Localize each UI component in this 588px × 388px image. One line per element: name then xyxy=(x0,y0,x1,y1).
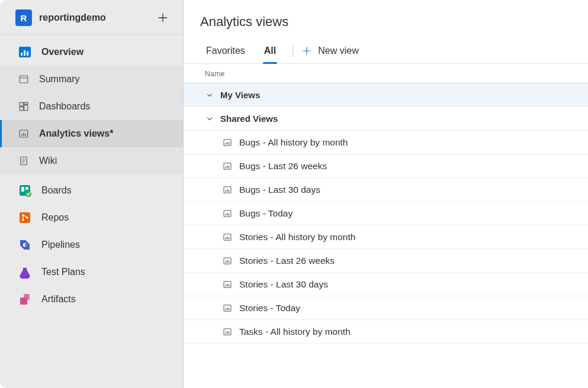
view-name: Stories - Today xyxy=(239,303,300,313)
tab-separator xyxy=(293,44,293,57)
analytics-view-icon xyxy=(223,138,232,147)
analytics-view-icon xyxy=(223,280,232,289)
wiki-icon xyxy=(18,155,30,167)
summary-icon xyxy=(18,73,30,85)
new-view-label: New view xyxy=(318,46,358,56)
view-row[interactable]: Tasks - All history by month xyxy=(184,320,588,344)
page-title: Analytics views xyxy=(184,0,588,38)
nav-section-repos[interactable]: Repos xyxy=(0,204,183,231)
analytics-view-icon xyxy=(223,232,232,242)
tab-favorites[interactable]: Favorites xyxy=(200,38,251,64)
plus-icon xyxy=(301,46,312,56)
group-label: My Views xyxy=(220,90,260,100)
nav-label: Summary xyxy=(39,74,79,85)
view-row[interactable]: Stories - Last 30 days xyxy=(184,273,588,296)
group-my-views[interactable]: My Views xyxy=(184,83,588,107)
nav-group-overview[interactable]: Overview xyxy=(0,38,183,66)
nav-label: Artifacts xyxy=(41,294,76,305)
new-view-button[interactable]: New view xyxy=(301,46,358,56)
repos-icon xyxy=(18,211,32,225)
plus-icon xyxy=(156,11,170,25)
tab-label: Favorites xyxy=(206,46,245,56)
tabs-row: Favorites All New view xyxy=(184,38,588,64)
sidebar: R reportingdemo Overview S xyxy=(0,0,184,388)
view-name: Stories - Last 26 weeks xyxy=(239,256,335,266)
view-row[interactable]: Bugs - Last 30 days xyxy=(184,178,588,202)
nav-label: Boards xyxy=(41,185,72,196)
analytics-view-icon xyxy=(223,161,232,171)
nav-section-boards[interactable]: Boards xyxy=(0,177,183,204)
view-row[interactable]: Bugs - All history by month xyxy=(184,131,588,154)
nav-item-analytics-views[interactable]: Analytics views* xyxy=(0,120,183,147)
views-list: My Views Shared Views Bugs - All history… xyxy=(184,83,588,388)
nav-label: Pipelines xyxy=(41,240,80,250)
analytics-views-icon xyxy=(18,128,30,140)
nav-section-test-plans[interactable]: Test Plans xyxy=(0,258,183,286)
tab-all[interactable]: All xyxy=(258,38,282,64)
project-avatar[interactable]: R xyxy=(15,9,32,26)
pipelines-icon xyxy=(18,238,32,252)
tab-label: All xyxy=(264,46,276,56)
nav: Overview Summary Dashboards xyxy=(0,35,183,313)
main-panel: Analytics views Favorites All New view N… xyxy=(184,0,588,388)
nav-label: Analytics views* xyxy=(39,128,113,139)
view-row[interactable]: Stories - Last 26 weeks xyxy=(184,249,588,273)
nav-item-summary[interactable]: Summary xyxy=(0,66,183,93)
chevron-down-icon xyxy=(205,114,214,124)
nav-section-artifacts[interactable]: Artifacts xyxy=(0,286,183,313)
dashboards-icon xyxy=(18,101,30,112)
add-project-button[interactable] xyxy=(155,9,171,26)
analytics-view-icon xyxy=(223,303,232,313)
nav-item-dashboards[interactable]: Dashboards xyxy=(0,93,183,120)
nav-label: Dashboards xyxy=(39,101,90,112)
nav-label: Test Plans xyxy=(41,267,85,277)
analytics-view-icon xyxy=(223,256,232,266)
boards-icon xyxy=(18,183,32,198)
view-name: Stories - All history by month xyxy=(239,232,355,242)
column-header-name: Name xyxy=(184,64,588,83)
group-shared-views[interactable]: Shared Views xyxy=(184,107,588,131)
view-name: Bugs - Last 26 weeks xyxy=(239,161,327,172)
nav-label: Repos xyxy=(41,212,69,223)
analytics-view-icon xyxy=(223,185,232,195)
view-name: Tasks - All history by month xyxy=(239,326,351,337)
artifacts-icon xyxy=(18,292,32,306)
nav-label: Wiki xyxy=(39,156,57,166)
analytics-view-icon xyxy=(223,209,232,218)
nav-item-wiki[interactable]: Wiki xyxy=(0,147,183,174)
test-plans-icon xyxy=(18,265,32,279)
nav-label: Overview xyxy=(41,47,83,57)
view-row[interactable]: Stories - Today xyxy=(184,296,588,320)
view-name: Bugs - Today xyxy=(239,208,293,219)
view-name: Bugs - Last 30 days xyxy=(239,185,320,195)
analytics-view-icon xyxy=(223,327,232,337)
overview-icon xyxy=(18,45,32,59)
view-row[interactable]: Bugs - Today xyxy=(184,202,588,225)
view-name: Stories - Last 30 days xyxy=(239,279,328,290)
group-label: Shared Views xyxy=(220,114,278,124)
view-row[interactable]: Bugs - Last 26 weeks xyxy=(184,154,588,178)
nav-section-pipelines[interactable]: Pipelines xyxy=(0,231,183,258)
view-row[interactable]: Stories - All history by month xyxy=(184,225,588,249)
chevron-down-icon xyxy=(205,90,214,100)
view-name: Bugs - All history by month xyxy=(239,137,348,148)
project-name[interactable]: reportingdemo xyxy=(39,12,147,23)
project-header: R reportingdemo xyxy=(0,0,183,35)
